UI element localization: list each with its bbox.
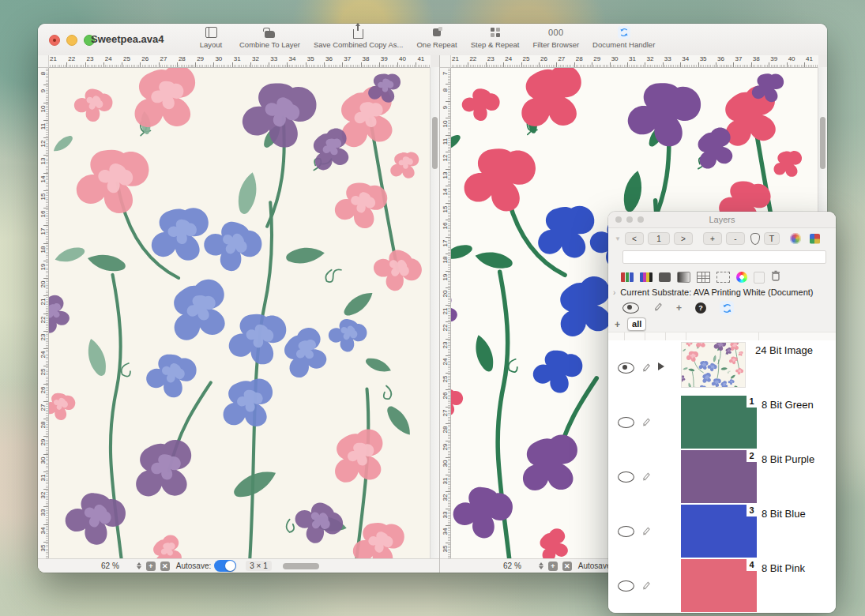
filter-browser-button[interactable]: 000 Filter Browser — [533, 26, 580, 49]
horizontal-ruler: 2122232425262728293031323334353637383940… — [48, 55, 431, 68]
layer-color-swatch[interactable]: 4 — [681, 559, 757, 612]
substrate-row[interactable]: › Current Substrate: AVA Printing White … — [608, 285, 836, 299]
palette-button[interactable] — [790, 232, 801, 245]
page-number-field[interactable]: 1 — [648, 232, 670, 245]
color-wheel-icon[interactable] — [736, 272, 747, 283]
layer-name: 8 Bit Green — [762, 399, 814, 411]
pencil-icon[interactable] — [641, 416, 651, 430]
traffic-lights — [49, 35, 95, 46]
layer-visibility-toggle[interactable] — [618, 417, 634, 428]
zoom-level[interactable]: 62 % — [101, 562, 119, 570]
desktop-background: { "window": { "title": "Sweetpea.ava4", … — [0, 0, 865, 616]
combine-to-layer-button[interactable]: Combine To Layer — [239, 26, 300, 49]
layer-color-swatch[interactable]: 3 — [681, 505, 757, 558]
layers-nav-row: ▼ < 1 > + - T — [608, 228, 836, 249]
zoom-stepper[interactable] — [137, 562, 141, 569]
pencil-icon[interactable] — [641, 525, 651, 539]
pattern-canvas[interactable] — [48, 67, 431, 559]
close-view-button[interactable]: ✕ — [562, 562, 572, 571]
save-combined-copy-button[interactable]: Save Combined Copy As... — [314, 26, 404, 49]
vertical-ruler: 8910111213141516171819202122232425262728… — [38, 67, 49, 559]
layer-visibility-toggle[interactable] — [618, 362, 634, 374]
pencil-icon[interactable] — [641, 362, 651, 376]
mosaic-button[interactable] — [810, 232, 820, 245]
rgb-channels-icon[interactable] — [621, 272, 634, 282]
repeat-count: 3 × 1 — [246, 561, 272, 571]
save-combined-copy-icon — [353, 26, 363, 39]
zoom-level[interactable]: 62 % — [503, 562, 521, 570]
gradient-icon[interactable] — [677, 272, 690, 283]
help-button[interactable]: ? — [695, 302, 706, 314]
disclosure-triangle-icon[interactable] — [658, 362, 664, 370]
remove-button[interactable]: - — [726, 232, 745, 245]
trash-icon[interactable] — [771, 270, 780, 284]
add-layer-button[interactable]: + — [615, 319, 620, 330]
layer-color-swatch[interactable]: 2 — [681, 450, 757, 503]
ruler-corner — [440, 55, 451, 68]
layout-button[interactable]: Layout — [196, 26, 226, 49]
prev-page-button[interactable]: < — [625, 232, 644, 245]
pencil-icon[interactable] — [653, 301, 663, 315]
current-substrate-label: Current Substrate: AVA Printing White (D… — [620, 287, 813, 297]
vertical-scrollbar-thumb[interactable] — [432, 117, 438, 169]
vertical-ruler: 7891011121314151617181920212223242526272… — [440, 67, 451, 559]
layers-panel-titlebar[interactable]: Layers — [608, 212, 836, 228]
layer-name: 8 Bit Blue — [762, 508, 806, 520]
layers-list: 24 Bit Image 1 8 Bit Green 2 8 Bit Purpl… — [608, 340, 836, 613]
next-page-button[interactable]: > — [674, 232, 693, 245]
layer-name-field[interactable] — [622, 250, 826, 264]
layer-row-8-bit-blue[interactable]: 3 8 Bit Blue — [608, 504, 836, 558]
toolbar: Layout Combine To Layer Save Combined Co… — [196, 26, 655, 49]
layer-row-8-bit-green[interactable]: 1 8 Bit Green — [608, 395, 836, 449]
layer-name: 24 Bit Image — [755, 344, 813, 356]
all-layers-button[interactable]: all — [627, 317, 646, 331]
layer-row-24-bit-image[interactable]: 24 Bit Image — [608, 340, 836, 395]
minimize-button[interactable] — [66, 35, 77, 46]
add-view-button[interactable]: + — [146, 562, 156, 571]
chevron-down-icon[interactable]: ▼ — [615, 235, 621, 242]
close-button[interactable] — [49, 35, 60, 46]
one-repeat-icon — [433, 26, 441, 39]
cmyk-channels-icon[interactable] — [640, 272, 653, 282]
step-and-repeat-button[interactable]: Step & Repeat — [471, 26, 520, 49]
left-document-view: 2122232425262728293031323334353637383940… — [38, 55, 439, 573]
layer-visibility-toggle[interactable] — [618, 526, 634, 537]
grid-icon[interactable] — [697, 272, 710, 283]
visibility-eye-icon[interactable] — [622, 302, 639, 314]
layers-panel-window-buttons[interactable] — [615, 216, 644, 223]
vertical-scrollbar-thumb[interactable] — [820, 117, 826, 169]
layer-visibility-toggle[interactable] — [618, 580, 634, 592]
add-button[interactable]: + — [703, 232, 722, 245]
shape-tool-button[interactable] — [750, 232, 760, 245]
layers-all-row: + all — [608, 317, 836, 332]
palette-icon — [790, 233, 801, 244]
close-view-button[interactable]: ✕ — [160, 562, 170, 571]
vertical-scrollbar[interactable] — [430, 67, 439, 559]
titlebar: Sweetpea.ava4 Layout Combine To Layer Sa… — [38, 24, 827, 56]
pencil-icon[interactable] — [641, 580, 651, 594]
zoom-stepper[interactable] — [539, 562, 543, 569]
autosave-toggle[interactable] — [214, 560, 236, 572]
pencil-icon[interactable] — [641, 471, 651, 485]
layer-row-8-bit-pink[interactable]: 4 8 Bit Pink — [608, 558, 836, 613]
add-view-button[interactable]: + — [548, 562, 558, 571]
blank-page-icon[interactable] — [754, 272, 765, 284]
document-handler-button[interactable]: Document Handler — [592, 26, 655, 49]
autosave-label: Autosave: — [176, 562, 211, 570]
one-repeat-button[interactable]: One Repeat — [416, 26, 457, 49]
horizontal-scrollbar-thumb[interactable] — [283, 563, 319, 569]
step-and-repeat-icon — [491, 26, 500, 39]
add-icon[interactable]: + — [676, 302, 682, 314]
text-tool-button[interactable]: T — [764, 232, 780, 245]
layer-row-8-bit-purple[interactable]: 2 8 Bit Purple — [608, 449, 836, 504]
layer-visibility-toggle[interactable] — [618, 471, 634, 483]
layer-name: 8 Bit Pink — [762, 562, 805, 574]
solid-fill-icon[interactable] — [659, 272, 671, 282]
sync-icon[interactable] — [720, 301, 734, 315]
marquee-selection-icon[interactable] — [716, 272, 730, 283]
pattern-artwork-left — [48, 67, 431, 559]
disclosure-icon[interactable]: › — [613, 288, 615, 297]
layer-thumbnail — [681, 342, 746, 388]
filter-browser-icon: 000 — [548, 26, 564, 39]
layer-color-swatch[interactable]: 1 — [681, 396, 757, 449]
